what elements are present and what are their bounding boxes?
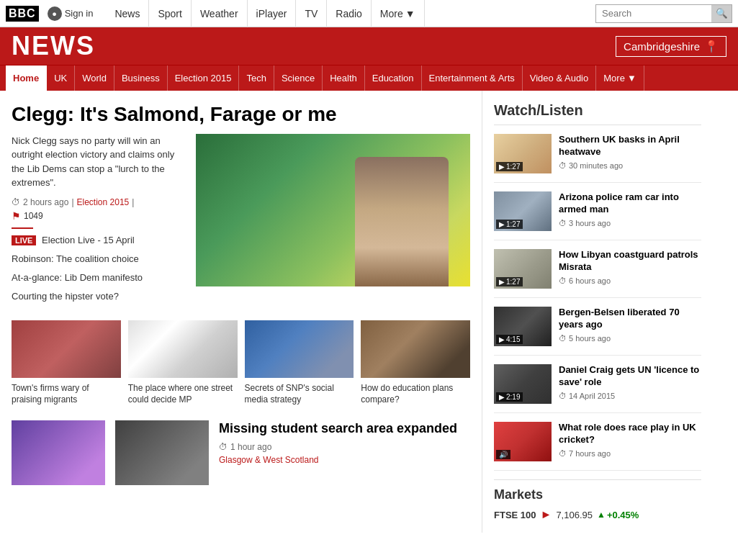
clock-icon-w2: ⏱ bbox=[559, 276, 567, 285]
market-name-0: FTSE 100 bbox=[494, 510, 536, 520]
watch-time-0: ⏱ 30 minutes ago bbox=[559, 161, 701, 170]
clock-icon-w0: ⏱ bbox=[559, 161, 567, 170]
clock-icon-bottom: ⏱ bbox=[219, 442, 228, 452]
user-icon: ● bbox=[48, 6, 62, 21]
nav-more[interactable]: More ▼ bbox=[372, 0, 425, 27]
watch-item-1[interactable]: ▶ 1:27 Arizona police ram car into armed… bbox=[494, 191, 701, 240]
watch-thumb-0: ▶ 1:27 bbox=[494, 134, 552, 173]
hero-text: Nick Clegg says no party will win an out… bbox=[12, 134, 184, 306]
watch-headline-5: What role does race play in UK cricket? bbox=[559, 422, 701, 446]
nav-uk[interactable]: UK bbox=[47, 66, 75, 91]
bottom-image-2 bbox=[115, 420, 209, 485]
watch-info-1: Arizona police ram car into armed man ⏱ … bbox=[559, 191, 701, 231]
nav-news[interactable]: News bbox=[106, 0, 149, 27]
watch-thumb-1: ▶ 1:27 bbox=[494, 191, 552, 231]
nav-business[interactable]: Business bbox=[114, 66, 168, 91]
sign-in-button[interactable]: ● Sign in bbox=[48, 6, 94, 21]
watch-time-2: ⏱ 6 hours ago bbox=[559, 276, 701, 285]
watch-info-3: Bergen-Belsen liberated 70 years ago ⏱ 5… bbox=[559, 307, 701, 346]
watch-time-3: ⏱ 5 hours ago bbox=[559, 334, 701, 343]
watch-item-5[interactable]: 🔊 What role does race play in UK cricket… bbox=[494, 422, 701, 471]
nav-entertainment[interactable]: Entertainment & Arts bbox=[422, 66, 523, 91]
watch-thumb-3: ▶ 4:15 bbox=[494, 307, 552, 346]
search-button[interactable]: 🔍 bbox=[711, 5, 732, 22]
bbc-logo-text: BBC bbox=[6, 6, 39, 22]
watch-thumb-4: ▶ 2:19 bbox=[494, 364, 552, 404]
nav-iplayer[interactable]: iPlayer bbox=[248, 0, 297, 27]
grid-caption-4: How do education plans compare? bbox=[361, 382, 470, 407]
chevron-down-icon: ▼ bbox=[405, 8, 415, 19]
market-row-0[interactable]: FTSE 100 ► 7,106.95 ▲ +0.45% bbox=[494, 508, 701, 521]
article-grid: Town's firms wary of praising migrants T… bbox=[12, 320, 470, 407]
hero-meta: ⏱ 2 hours ago | Election 2015 | bbox=[12, 197, 184, 207]
play-badge-4: ▶ 2:19 bbox=[496, 392, 523, 402]
nav-video-audio[interactable]: Video & Audio bbox=[523, 66, 596, 91]
nav-sport[interactable]: Sport bbox=[149, 0, 191, 27]
hero-image bbox=[196, 134, 470, 306]
nav-radio[interactable]: Radio bbox=[327, 0, 372, 27]
watch-item-0[interactable]: ▶ 1:27 Southern UK basks in April heatwa… bbox=[494, 134, 701, 183]
watch-item-3[interactable]: ▶ 4:15 Bergen-Belsen liberated 70 years … bbox=[494, 307, 701, 356]
watch-headline-3: Bergen-Belsen liberated 70 years ago bbox=[559, 307, 701, 331]
search-icon: 🔍 bbox=[716, 8, 728, 19]
grid-image-3 bbox=[245, 320, 354, 378]
hero-person-image bbox=[355, 157, 449, 286]
play-badge-1: ▶ 1:27 bbox=[496, 220, 523, 229]
hero-link-3[interactable]: Courting the hipster vote? bbox=[12, 287, 184, 306]
clock-icon: ⏱ bbox=[12, 197, 20, 207]
chevron-down-icon: ▼ bbox=[627, 73, 636, 83]
hero-election-tag[interactable]: Election 2015 bbox=[77, 197, 130, 207]
watch-time-1: ⏱ 3 hours ago bbox=[559, 219, 701, 227]
grid-item-4[interactable]: How do education plans compare? bbox=[361, 320, 470, 407]
search-input[interactable] bbox=[596, 5, 711, 22]
play-badge-0: ▶ 1:27 bbox=[496, 162, 523, 171]
nav-health[interactable]: Health bbox=[323, 66, 365, 91]
grid-image-2 bbox=[128, 320, 238, 378]
watch-item-4[interactable]: ▶ 2:19 Daniel Craig gets UN 'licence to … bbox=[494, 364, 701, 413]
nav-education[interactable]: Education bbox=[365, 66, 422, 91]
hero-link-1[interactable]: Robinson: The coalition choice bbox=[12, 250, 184, 268]
watch-headline-0: Southern UK basks in April heatwave bbox=[559, 134, 701, 158]
hero-headline[interactable]: Clegg: It's Salmond, Farage or me bbox=[12, 102, 470, 127]
grid-item-3[interactable]: Secrets of SNP's social media strategy bbox=[245, 320, 354, 407]
watch-item-2[interactable]: ▶ 1:27 How Libyan coastguard patrols Mis… bbox=[494, 249, 701, 298]
bottom-image-1 bbox=[12, 420, 105, 485]
nav-science[interactable]: Science bbox=[274, 66, 323, 91]
location-box[interactable]: Cambridgeshire 📍 bbox=[616, 36, 726, 57]
live-badge: LIVE bbox=[12, 235, 36, 245]
grid-image-4 bbox=[361, 320, 470, 378]
bbc-logo[interactable]: BBC bbox=[6, 6, 39, 22]
market-arrow-icon: ► bbox=[541, 508, 552, 521]
watch-headline-4: Daniel Craig gets UN 'licence to save' r… bbox=[559, 364, 701, 389]
bottom-headline[interactable]: Missing student search area expanded bbox=[219, 420, 470, 437]
grid-item-1[interactable]: Town's firms wary of praising migrants bbox=[12, 320, 121, 407]
grid-image-1 bbox=[12, 320, 121, 378]
news-title: NEWS bbox=[12, 31, 95, 61]
divider bbox=[12, 227, 33, 229]
nav-world[interactable]: World bbox=[75, 66, 114, 91]
location-pin-icon: 📍 bbox=[704, 40, 719, 53]
bottom-article-text: Missing student search area expanded ⏱ 1… bbox=[219, 420, 470, 485]
triangle-up-icon: ▲ bbox=[597, 510, 606, 520]
watch-thumb-2: ▶ 1:27 bbox=[494, 249, 552, 289]
hero-live-text[interactable]: Election Live - 15 April bbox=[42, 235, 135, 245]
nav-election2015[interactable]: Election 2015 bbox=[168, 66, 240, 91]
grid-item-2[interactable]: The place where one street could decide … bbox=[128, 320, 238, 407]
watch-thumb-5: 🔊 bbox=[494, 422, 552, 461]
hero-content: Nick Clegg says no party will win an out… bbox=[12, 134, 470, 306]
bottom-location[interactable]: Glasgow & West Scotland bbox=[219, 455, 470, 465]
watch-time-4: ⏱ 14 April 2015 bbox=[559, 392, 701, 400]
watch-listen-title: Watch/Listen bbox=[494, 102, 701, 125]
right-section: Watch/Listen ▶ 1:27 Southern UK basks in… bbox=[482, 91, 713, 533]
nav-home[interactable]: Home bbox=[6, 66, 47, 91]
nav-weather[interactable]: Weather bbox=[192, 0, 248, 27]
markets-section: Markets FTSE 100 ► 7,106.95 ▲ +0.45% bbox=[494, 479, 701, 521]
clock-icon-w3: ⏱ bbox=[559, 334, 567, 343]
watch-time-5: ⏱ 7 hours ago bbox=[559, 449, 701, 458]
hero-live-row: LIVE Election Live - 15 April bbox=[12, 235, 184, 245]
nav-tech[interactable]: Tech bbox=[239, 66, 274, 91]
watch-info-0: Southern UK basks in April heatwave ⏱ 30… bbox=[559, 134, 701, 173]
nav-more-secondary[interactable]: More ▼ bbox=[596, 66, 644, 91]
nav-tv[interactable]: TV bbox=[296, 0, 327, 27]
hero-link-2[interactable]: At-a-glance: Lib Dem manifesto bbox=[12, 268, 184, 287]
